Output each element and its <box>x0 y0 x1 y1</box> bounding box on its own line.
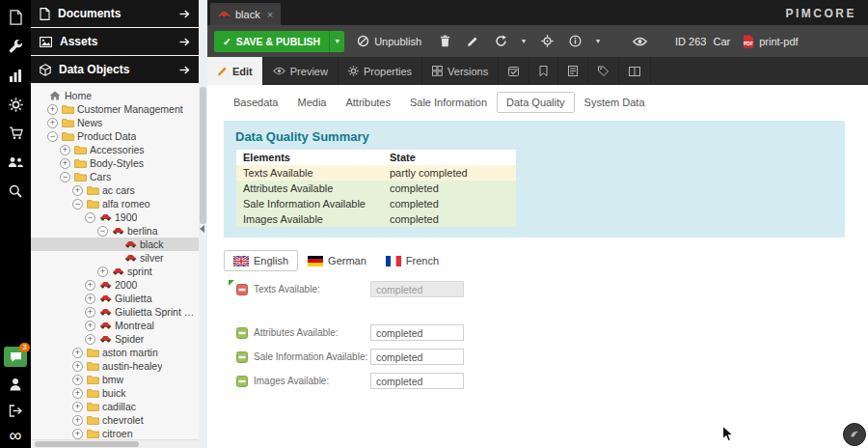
users-icon[interactable] <box>6 154 25 171</box>
editor-tab-edit[interactable]: Edit <box>207 57 263 85</box>
tree-item-chevrolet[interactable]: +chevrolet <box>31 413 199 427</box>
delete-button[interactable] <box>434 31 455 52</box>
field-input-images-available[interactable] <box>370 373 464 389</box>
ecommerce-cart-icon[interactable] <box>6 125 25 142</box>
reload-options-caret[interactable]: ▾ <box>518 31 529 52</box>
open-document-tab-black[interactable]: black × <box>210 3 281 25</box>
tree-item-buick[interactable]: +buick <box>31 386 199 400</box>
tree-item-1900[interactable]: −1900 <box>31 210 199 224</box>
tree-item-cadillac[interactable]: +cadillac <box>31 400 199 413</box>
language-tab-english[interactable]: English <box>224 250 298 271</box>
close-icon[interactable]: × <box>267 9 273 20</box>
tree-expander-icon[interactable]: + <box>72 402 83 412</box>
user-profile-icon[interactable] <box>6 376 25 393</box>
tree-expander-icon[interactable]: + <box>47 104 58 115</box>
content-tab-basedata[interactable]: Basedata <box>224 92 287 113</box>
tree-item-montreal[interactable]: +Montreal <box>31 319 199 332</box>
editor-tab-versions[interactable]: Versions <box>422 57 499 85</box>
tree-item-black[interactable]: black <box>31 238 199 251</box>
tree-expander-icon[interactable]: + <box>72 375 83 385</box>
print-pdf-button[interactable]: PDF print-pdf <box>737 31 803 52</box>
field-input-attributes-available[interactable] <box>370 324 464 341</box>
content-tab-system-data[interactable]: System Data <box>575 92 655 113</box>
tree-item-body-styles[interactable]: +Body-Styles <box>31 156 199 170</box>
profiler-toggle-button[interactable] <box>843 423 866 446</box>
tree-expander-icon[interactable]: − <box>60 172 70 182</box>
content-tab-sale-information[interactable]: Sale Information <box>400 92 497 113</box>
field-input-sale-information-available[interactable] <box>370 349 464 365</box>
save-publish-button[interactable]: ✓ SAVE & PUBLISH ▾ <box>214 31 344 52</box>
tree-item-aston-martin[interactable]: +aston martin <box>31 346 199 359</box>
tree-expander-icon[interactable]: + <box>72 415 83 426</box>
tree-expander-icon[interactable]: + <box>85 307 95 318</box>
tree-item-product-data[interactable]: −Product Data <box>31 129 199 143</box>
tools-icon[interactable] <box>6 38 25 55</box>
info-button[interactable] <box>564 31 585 52</box>
tree-expander-icon[interactable]: − <box>47 131 58 142</box>
tree-item-giulietta[interactable]: +Giulietta <box>31 292 199 305</box>
editor-tab-notes[interactable] <box>558 57 588 85</box>
tree-expander-icon[interactable]: + <box>47 118 58 128</box>
tree-item-austin-healey[interactable]: +austin-healey <box>31 359 199 373</box>
tree-item-silver[interactable]: silver <box>31 251 199 265</box>
tree-item-bmw[interactable]: +bmw <box>31 373 199 386</box>
tree-expander-icon[interactable]: + <box>97 266 108 277</box>
content-tab-attributes[interactable]: Attributes <box>336 92 399 113</box>
tree-item-sprint[interactable]: +sprint <box>31 265 199 278</box>
scrollbar-thumb[interactable] <box>35 441 139 447</box>
tree-expander-icon[interactable]: + <box>60 158 70 169</box>
field-input-texts-available[interactable] <box>370 281 464 297</box>
reload-button[interactable] <box>490 31 511 52</box>
tree-expander-icon[interactable]: + <box>72 185 83 196</box>
language-tab-german[interactable]: German <box>298 250 376 271</box>
search-icon[interactable] <box>6 182 25 200</box>
rename-button[interactable] <box>462 31 483 52</box>
stats-icon[interactable] <box>6 67 25 84</box>
content-tab-media[interactable]: Media <box>287 92 336 113</box>
tree-expander-icon[interactable]: − <box>97 226 108 237</box>
tree-expander-icon[interactable]: + <box>72 429 83 439</box>
open-preview-button[interactable] <box>629 31 650 52</box>
tree-item-2000[interactable]: +2000 <box>31 278 199 292</box>
tree-item-ac-cars[interactable]: +ac cars <box>31 183 199 197</box>
editor-tab-preview[interactable]: Preview <box>263 57 339 85</box>
tree-expander-icon[interactable]: + <box>60 145 70 155</box>
tree-item-citroen[interactable]: +citroen <box>31 427 199 439</box>
tree-expander-icon[interactable]: + <box>72 388 83 399</box>
horizontal-scrollbar[interactable] <box>31 439 199 448</box>
tree-item-cars[interactable]: −Cars <box>31 170 199 183</box>
tree-item-customer-management[interactable]: +Customer Management <box>31 102 199 116</box>
tree-expander-icon[interactable]: − <box>72 199 83 210</box>
accordion-assets[interactable]: Assets <box>31 28 199 55</box>
logout-icon[interactable] <box>6 402 25 419</box>
editor-tab-columns[interactable] <box>619 57 651 85</box>
tree-item-accessories[interactable]: +Accessories <box>31 143 199 156</box>
tree-item-news[interactable]: +News <box>31 116 199 129</box>
editor-tab-properties[interactable]: Properties <box>339 57 422 85</box>
info-options-caret[interactable]: ▾ <box>592 31 604 52</box>
tree-item-spider[interactable]: +Spider <box>31 332 199 346</box>
notifications-chat-button[interactable]: 3 <box>4 347 27 367</box>
tree-expander-icon[interactable]: + <box>85 334 95 345</box>
settings-gear-icon[interactable] <box>6 96 25 113</box>
editor-tab-bookmark[interactable] <box>529 57 558 85</box>
tree-expander-icon[interactable]: + <box>85 294 95 304</box>
collapse-panel-icon[interactable] <box>200 225 204 233</box>
content-tab-data-quality[interactable]: Data Quality <box>497 92 575 113</box>
tree-expander-icon[interactable]: + <box>72 361 83 372</box>
vertical-scrollbar-thumb[interactable] <box>200 87 206 224</box>
tree-expander-icon[interactable]: + <box>72 348 83 358</box>
accordion-documents[interactable]: Documents <box>31 0 199 27</box>
file-icon[interactable] <box>6 9 25 26</box>
tree-item-alfa-romeo[interactable]: −alfa romeo <box>31 197 199 210</box>
tree-expander-icon[interactable]: − <box>85 212 95 223</box>
save-options-caret[interactable]: ▾ <box>329 31 344 52</box>
tree-expander-icon[interactable]: + <box>85 280 95 291</box>
editor-tab-tag[interactable] <box>588 57 619 85</box>
language-tab-french[interactable]: French <box>376 250 448 271</box>
tree-item-giulietta-sprint-specia[interactable]: +Giulietta Sprint Specia... <box>31 305 199 319</box>
tree-expander-icon[interactable]: + <box>85 321 95 331</box>
locate-in-tree-button[interactable] <box>536 31 557 52</box>
unpublish-button[interactable]: Unpublish <box>351 31 427 52</box>
panel-splitter[interactable] <box>199 0 207 448</box>
